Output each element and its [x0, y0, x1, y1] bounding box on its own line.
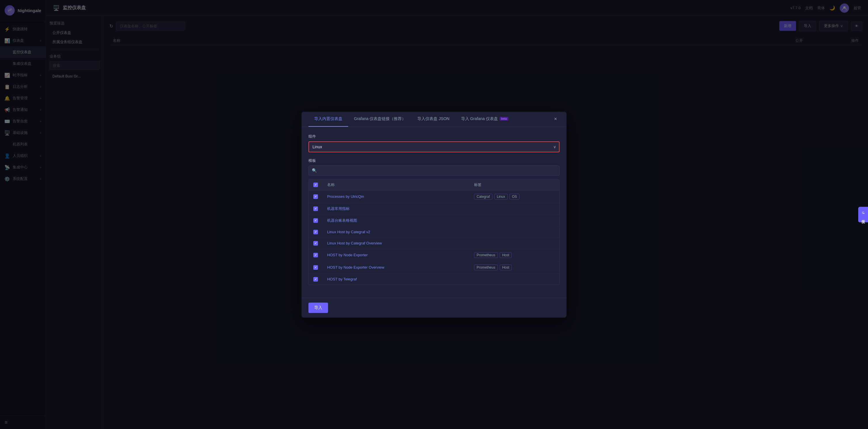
- row4-name[interactable]: Linux Host by Categraf v2: [322, 230, 474, 234]
- component-form-group: 组件 Linux Windows MySQL Redis Nginx Kuber…: [308, 134, 560, 152]
- tab-grafana-import[interactable]: 导入 Grafana 仪表盘 beta: [455, 112, 514, 127]
- row6-name[interactable]: HOST by Node Exporter: [322, 253, 474, 257]
- col-check-header: ✓: [313, 183, 322, 187]
- template-label: 模板: [308, 158, 560, 163]
- template-label-text: 模板: [308, 158, 316, 163]
- table-row: ✓ Processes by UlricQin Categraf Linux O…: [309, 191, 559, 203]
- table-row: ✓ 机器常用指标: [309, 203, 559, 215]
- template-table-header: ✓ 名称 标签: [309, 179, 559, 191]
- row-checkbox[interactable]: ✓: [313, 253, 318, 257]
- template-form-group: 模板 🔍 ✓ 名称 标签: [308, 158, 560, 285]
- feedback-button[interactable]: ↺ 反馈: [858, 207, 868, 222]
- component-label: 组件: [308, 134, 560, 139]
- tag-categraf: Categraf: [474, 194, 492, 200]
- tab-grafana-link[interactable]: Grafana 仪表盘链接（推荐）: [348, 112, 411, 127]
- table-row: ✓ 机器台账表格视图: [309, 215, 559, 226]
- col-name-header: 名称: [322, 182, 474, 187]
- table-row: ✓ HOST by Node Exporter Prometheus Host: [309, 249, 559, 262]
- template-table: ✓ 名称 标签 ✓ Processes by UlricQin Cat: [308, 179, 560, 285]
- tab-json-label: 导入仪表盘 JSON: [417, 116, 449, 122]
- modal-footer: 导入: [302, 298, 566, 317]
- beta-badge: beta: [500, 117, 508, 121]
- template-search-input[interactable]: [308, 165, 560, 176]
- modal-header: 导入内置仪表盘 Grafana 仪表盘链接（推荐） 导入仪表盘 JSON 导入 …: [302, 112, 566, 127]
- row-checkbox[interactable]: ✓: [313, 241, 318, 246]
- row-checkbox[interactable]: ✓: [313, 265, 318, 270]
- tag-host: Host: [500, 265, 512, 270]
- tab-builtin-label: 导入内置仪表盘: [314, 116, 342, 122]
- row-checkbox[interactable]: ✓: [313, 207, 318, 211]
- search-icon: 🔍: [312, 168, 317, 173]
- row2-name[interactable]: 机器常用指标: [322, 206, 474, 211]
- row7-tags: Prometheus Host: [474, 265, 555, 270]
- select-all-checkbox[interactable]: ✓: [313, 183, 318, 187]
- row-checkbox[interactable]: ✓: [313, 277, 318, 282]
- feedback-icon: ↺: [861, 211, 865, 215]
- row7-name[interactable]: HOST by Node Exporter Overview: [322, 265, 474, 270]
- modal-body: 组件 Linux Windows MySQL Redis Nginx Kuber…: [302, 127, 566, 298]
- table-row: ✓ HOST by Node Exporter Overview Prometh…: [309, 262, 559, 274]
- import-submit-button[interactable]: 导入: [308, 303, 328, 313]
- tab-builtin[interactable]: 导入内置仪表盘: [308, 112, 348, 127]
- tag-prometheus: Prometheus: [474, 265, 498, 270]
- tag-prometheus: Prometheus: [474, 252, 498, 258]
- component-label-text: 组件: [308, 134, 316, 139]
- import-modal: 导入内置仪表盘 Grafana 仪表盘链接（推荐） 导入仪表盘 JSON 导入 …: [302, 112, 566, 317]
- tab-grafana-link-label: Grafana 仪表盘链接（推荐）: [354, 116, 406, 122]
- row1-tags: Categraf Linux OS: [474, 194, 555, 200]
- row1-check: ✓: [313, 194, 322, 199]
- table-row: ✓ Linux Host by Categraf v2: [309, 226, 559, 238]
- tag-host: Host: [500, 252, 512, 258]
- row6-tags: Prometheus Host: [474, 252, 555, 258]
- row3-name[interactable]: 机器台账表格视图: [322, 218, 474, 223]
- feedback-label: 反馈: [861, 216, 865, 218]
- tab-json[interactable]: 导入仪表盘 JSON: [411, 112, 455, 127]
- modal-tabs: 导入内置仪表盘 Grafana 仪表盘链接（推荐） 导入仪表盘 JSON 导入 …: [308, 112, 514, 127]
- tag-os: OS: [509, 194, 520, 200]
- modal-close-button[interactable]: ×: [552, 115, 560, 123]
- component-select-wrapper: Linux Windows MySQL Redis Nginx Kubernet…: [308, 141, 560, 152]
- row-checkbox[interactable]: ✓: [313, 230, 318, 234]
- table-row: ✓ HOST by Telegraf: [309, 274, 559, 285]
- row1-name[interactable]: Processes by UlricQin: [322, 194, 474, 199]
- col-tags-header: 标签: [474, 182, 555, 187]
- row-checkbox[interactable]: ✓: [313, 194, 318, 199]
- row5-name[interactable]: Linux Host by Categraf Overview: [322, 241, 474, 245]
- template-search-wrap: 🔍: [308, 165, 560, 176]
- table-row: ✓ Linux Host by Categraf Overview: [309, 238, 559, 249]
- tag-linux: Linux: [494, 194, 508, 200]
- tab-grafana-import-label: 导入 Grafana 仪表盘: [461, 116, 498, 122]
- row-checkbox[interactable]: ✓: [313, 218, 318, 223]
- row8-name[interactable]: HOST by Telegraf: [322, 277, 474, 281]
- component-select[interactable]: Linux Windows MySQL Redis Nginx Kubernet…: [308, 141, 560, 152]
- modal-overlay: 导入内置仪表盘 Grafana 仪表盘链接（推荐） 导入仪表盘 JSON 导入 …: [0, 0, 868, 429]
